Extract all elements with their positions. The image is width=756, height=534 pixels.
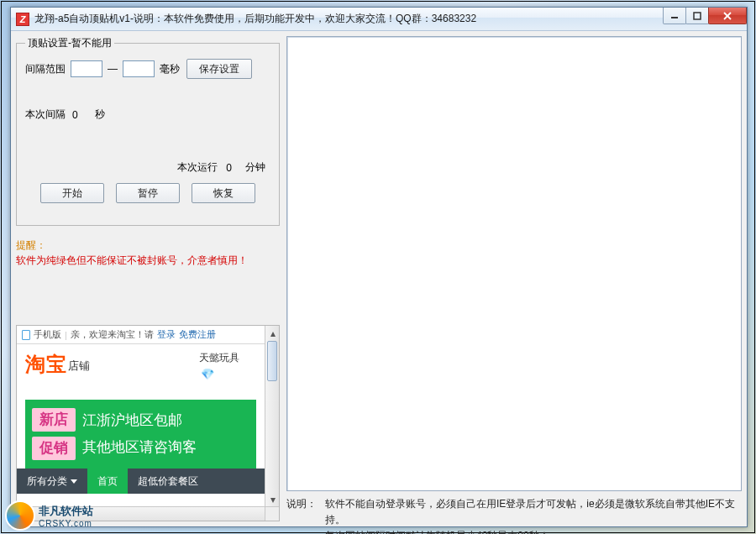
taobao-sub: 店铺 <box>68 359 90 372</box>
promo-banner[interactable]: 新店 促销 江浙沪地区包邮 其他地区请咨询客 <box>25 400 256 469</box>
promo-line1: 江浙沪地区包邮 <box>82 407 256 434</box>
settings-legend: 顶贴设置-暂不能用 <box>25 36 114 50</box>
right-column: 说明： 软件不能自动登录账号，必须自己在用IE登录后才可发帖，ie必须是微软系统… <box>286 36 742 521</box>
this-interval-label: 本次间隔 <box>25 107 66 122</box>
register-link[interactable]: 免费注册 <box>179 328 216 341</box>
this-run-unit: 分钟 <box>245 160 265 175</box>
log-textarea[interactable] <box>286 36 742 491</box>
login-link[interactable]: 登录 <box>157 328 176 341</box>
watermark-en: CRSKY.com <box>39 519 93 528</box>
dash: — <box>108 63 118 75</box>
chevron-down-icon <box>71 479 77 484</box>
left-column: 顶贴设置-暂不能用 间隔范围 — 毫秒 保存设置 本次间隔 0 <box>16 36 280 521</box>
watermark-cn: 非凡软件站 <box>39 504 93 519</box>
this-run-label: 本次运行 <box>177 160 218 175</box>
start-button[interactable]: 开始 <box>40 183 104 203</box>
svg-rect-1 <box>694 13 701 19</box>
watermark-icon <box>5 500 35 531</box>
interval-label: 间隔范围 <box>25 62 66 76</box>
promo-badge-sale: 促销 <box>32 437 76 460</box>
scroll-down-icon[interactable]: ▾ <box>265 492 280 506</box>
pause-button[interactable]: 暂停 <box>116 183 180 203</box>
nav-home[interactable]: 首页 <box>87 469 128 494</box>
titlebar[interactable]: Z 龙翔-a5自动顶贴机v1-说明：本软件免费使用，后期功能开发中，欢迎大家交流… <box>11 8 747 31</box>
this-run-value: 0 <box>226 162 232 174</box>
client-area: 顶贴设置-暂不能用 间隔范围 — 毫秒 保存设置 本次间隔 0 <box>11 31 747 526</box>
embedded-browser: 手机版 | 亲，欢迎来淘宝！请登录 免费注册 淘宝店铺 天懿玩具 💎 新店 促销 <box>16 325 280 521</box>
maximize-button[interactable] <box>685 8 709 24</box>
app-icon: Z <box>16 13 29 26</box>
minimize-button[interactable] <box>663 8 686 24</box>
this-interval-unit: 秒 <box>95 107 105 122</box>
shop-name[interactable]: 天懿玩具 <box>199 351 239 365</box>
promo-badge-new: 新店 <box>32 408 76 432</box>
explain-block: 说明： 软件不能自动登录账号，必须自己在用IE登录后才可发帖，ie必须是微软系统… <box>286 496 742 523</box>
warning-label: 提醒： <box>16 239 46 251</box>
app-window: Z 龙翔-a5自动顶贴机v1-说明：本软件免费使用，后期功能开发中，欢迎大家交流… <box>10 7 748 527</box>
explain-label: 说明： <box>286 496 325 523</box>
settings-groupbox: 顶贴设置-暂不能用 间隔范围 — 毫秒 保存设置 本次间隔 0 <box>16 36 280 226</box>
window-title: 龙翔-a5自动顶贴机v1-说明：本软件免费使用，后期功能开发中，欢迎大家交流！Q… <box>34 12 476 26</box>
explain-line2: 每次回帖间隔时间默认为随机最小40秒最大90秒！ <box>325 528 742 534</box>
diamond-icon: 💎 <box>201 368 214 380</box>
nav-all-categories[interactable]: 所有分类 <box>17 469 87 494</box>
scroll-up-icon[interactable]: ▴ <box>265 326 280 340</box>
warning-text: 软件为纯绿色但不能保证不被封账号，介意者慎用！ <box>16 254 248 266</box>
mobile-label[interactable]: 手机版 <box>34 328 61 341</box>
taobao-logo: 淘宝 <box>25 353 67 375</box>
interval-from-input[interactable] <box>71 60 102 77</box>
warning-block: 提醒： 软件为纯绿色但不能保证不被封账号，介意者慎用！ <box>16 238 280 268</box>
interval-to-input[interactable] <box>123 60 155 77</box>
taobao-topbar: 手机版 | 亲，欢迎来淘宝！请登录 免费注册 <box>17 326 265 344</box>
close-button[interactable] <box>708 8 747 24</box>
scroll-corner <box>265 506 279 521</box>
promo-line2: 其他地区请咨询客 <box>82 434 256 461</box>
interval-unit: 毫秒 <box>160 62 180 76</box>
vertical-scrollbar[interactable]: ▴ ▾ <box>265 326 279 506</box>
watermark: 非凡软件站 CRSKY.com <box>2 499 97 532</box>
this-interval-value: 0 <box>72 109 78 121</box>
nav-deal[interactable]: 超低价套餐区 <box>128 469 208 494</box>
save-settings-button[interactable]: 保存设置 <box>186 59 252 79</box>
mobile-icon <box>22 330 30 340</box>
resume-button[interactable]: 恢复 <box>192 183 255 203</box>
welcome-text: 亲，欢迎来淘宝！请 <box>71 328 154 341</box>
explain-line1: 软件不能自动登录账号，必须自己在用IE登录后才可发帖，ie必须是微软系统自带其他… <box>325 496 742 528</box>
scroll-thumb[interactable] <box>267 341 277 381</box>
shop-nav: 所有分类 首页 超低价套餐区 <box>17 469 265 494</box>
